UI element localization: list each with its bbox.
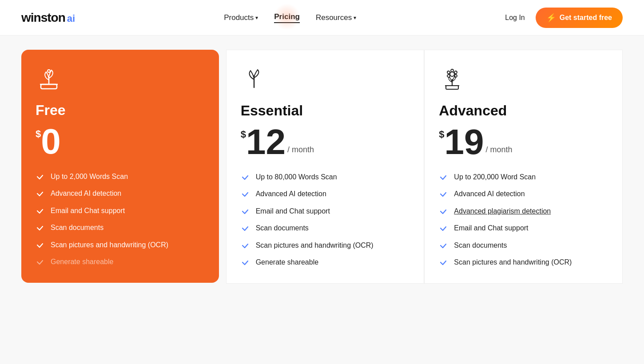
list-item: Generate shareable	[36, 257, 205, 267]
list-item: Advanced plagiarism detection	[439, 206, 608, 216]
essential-plan-icon	[241, 66, 410, 95]
pricing-section: Free $ 0 Up to 2,000 Words Scan Advanced…	[0, 36, 644, 364]
essential-features-list: Up to 80,000 Words Scan Advanced AI dete…	[241, 172, 410, 267]
nav-products[interactable]: Products ▾	[224, 13, 258, 22]
svg-point-7	[450, 72, 454, 76]
advanced-price-dollar: $	[439, 129, 444, 140]
advanced-plan-name: Advanced	[439, 103, 608, 119]
svg-point-8	[451, 69, 453, 72]
svg-point-11	[447, 71, 450, 74]
list-item: Up to 80,000 Words Scan	[241, 172, 410, 182]
list-item: Advanced AI detection	[439, 189, 608, 199]
list-item: Email and Chat support	[439, 223, 608, 233]
essential-price-dollar: $	[241, 129, 246, 140]
list-item: Generate shareable	[241, 257, 410, 267]
list-item: Up to 200,000 Word Scan	[439, 172, 608, 182]
list-item: Up to 2,000 Words Scan	[36, 172, 205, 182]
essential-price-period: / month	[287, 145, 314, 154]
free-plan-icon	[36, 66, 205, 94]
list-item: Advanced AI detection	[36, 189, 205, 198]
essential-price-number: 12	[246, 124, 286, 160]
svg-rect-4	[446, 86, 458, 89]
logo-brand: winston	[21, 11, 65, 25]
chevron-down-icon: ▾	[255, 15, 258, 21]
free-price-dollar: $	[36, 128, 41, 140]
navbar: winston ai Products ▾ Pricing Resources …	[0, 0, 644, 36]
svg-point-3	[48, 70, 50, 72]
advanced-plan-icon	[439, 66, 608, 95]
bolt-icon: ⚡	[546, 13, 556, 23]
list-item: Scan documents	[36, 223, 205, 233]
list-item: Email and Chat support	[36, 206, 205, 216]
essential-plan-price: $ 12 / month	[241, 124, 410, 160]
nav-pricing[interactable]: Pricing	[274, 12, 300, 23]
list-item: Scan documents	[439, 241, 608, 250]
nav-resources[interactable]: Resources ▾	[316, 13, 356, 22]
list-item: Scan documents	[241, 223, 410, 233]
chevron-down-icon: ▾	[354, 15, 356, 21]
get-started-button[interactable]: ⚡ Get started free	[536, 8, 623, 28]
nav-center: Products ▾ Pricing Resources ▾	[224, 12, 356, 23]
free-plan-price: $ 0	[36, 124, 205, 159]
list-item: Scan pictures and handwriting (OCR)	[241, 241, 410, 250]
plan-card-essential: Essential $ 12 / month Up to 80,000 Word…	[226, 50, 425, 284]
logo-suffix: ai	[67, 13, 75, 24]
svg-point-9	[454, 71, 457, 74]
advanced-features-list: Up to 200,000 Word Scan Advanced AI dete…	[439, 172, 608, 267]
logo[interactable]: winston ai	[21, 11, 75, 25]
list-item: Scan pictures and handwriting (OCR)	[36, 240, 205, 250]
advanced-plan-price: $ 19 / month	[439, 124, 608, 160]
plan-card-advanced: Advanced $ 19 / month Up to 200,000 Word…	[424, 50, 623, 284]
free-features-list: Up to 2,000 Words Scan Advanced AI detec…	[36, 172, 205, 267]
list-item: Scan pictures and handwriting (OCR)	[439, 257, 608, 267]
login-button[interactable]: Log In	[505, 14, 525, 22]
svg-rect-0	[41, 84, 57, 89]
essential-plan-name: Essential	[241, 103, 410, 119]
free-plan-name: Free	[36, 102, 205, 119]
list-item: Email and Chat support	[241, 206, 410, 216]
plan-card-free: Free $ 0 Up to 2,000 Words Scan Advanced…	[21, 50, 219, 283]
advanced-price-period: / month	[486, 145, 513, 154]
free-price-number: 0	[41, 124, 61, 159]
advanced-price-number: 19	[445, 124, 484, 160]
nav-right: Log In ⚡ Get started free	[505, 8, 623, 28]
list-item: Advanced AI detection	[241, 189, 410, 199]
